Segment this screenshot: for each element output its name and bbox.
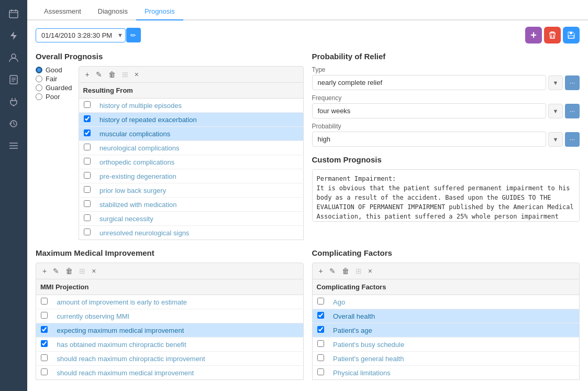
cf-toolbar-add-btn[interactable]: + bbox=[317, 266, 325, 276]
mmi-toolbar-edit-btn[interactable]: ✎ bbox=[51, 266, 61, 276]
row-text: Patient's busy schedule bbox=[329, 338, 580, 352]
type-select[interactable]: nearly complete relief bbox=[312, 75, 547, 90]
table-row[interactable]: neurological complications bbox=[79, 141, 303, 155]
frequency-label: Frequency bbox=[312, 94, 580, 102]
table-row[interactable]: surgical necessity bbox=[79, 212, 303, 226]
table-row[interactable]: pre-existing degeneration bbox=[79, 169, 303, 183]
table-row[interactable]: Ago bbox=[312, 295, 580, 309]
table-row[interactable]: expecting maximum medical improvement bbox=[36, 323, 304, 338]
mmi-toolbar-add-btn[interactable]: + bbox=[40, 266, 49, 276]
toolbar-edit-btn[interactable]: ✎ bbox=[94, 69, 104, 80]
sidebar-layers-icon[interactable] bbox=[4, 136, 23, 155]
row-checkbox[interactable] bbox=[84, 229, 91, 235]
row-checkbox[interactable] bbox=[84, 200, 91, 207]
radio-good[interactable]: Good bbox=[36, 66, 72, 74]
row-checkbox[interactable] bbox=[41, 368, 48, 375]
frequency-dropdown-arrow[interactable]: ▼ bbox=[548, 104, 563, 118]
row-checkbox[interactable] bbox=[84, 101, 91, 108]
probability-dropdown-arrow[interactable]: ▼ bbox=[548, 132, 563, 147]
sidebar-document-icon[interactable] bbox=[4, 70, 23, 89]
sidebar-user-icon[interactable] bbox=[4, 48, 23, 67]
mmi-toolbar-close-btn[interactable]: × bbox=[90, 266, 98, 276]
radio-fair[interactable]: Fair bbox=[36, 75, 72, 83]
mmi-toolbar-grid-btn[interactable]: ⊞ bbox=[77, 266, 87, 276]
row-checkbox[interactable] bbox=[41, 298, 48, 305]
edit-date-button[interactable]: ✏ bbox=[126, 28, 141, 42]
toolbar-add-btn[interactable]: + bbox=[83, 69, 92, 80]
probability-select[interactable]: high bbox=[312, 132, 547, 147]
sidebar-plug-icon[interactable] bbox=[4, 92, 23, 111]
table-row[interactable]: muscular complications bbox=[79, 127, 303, 141]
tab-diagnosis[interactable]: Diagnosis bbox=[90, 3, 136, 20]
add-record-button[interactable]: + bbox=[525, 27, 542, 44]
cf-toolbar-grid-btn[interactable]: ⊞ bbox=[353, 266, 364, 276]
table-row[interactable]: prior low back surgery bbox=[79, 183, 303, 198]
row-checkbox[interactable] bbox=[317, 354, 324, 361]
radio-poor[interactable]: Poor bbox=[36, 93, 72, 101]
sidebar-calendar-icon[interactable] bbox=[4, 4, 23, 23]
sidebar-lightning-icon[interactable] bbox=[4, 26, 23, 45]
table-row[interactable]: stabilized with medication bbox=[79, 198, 303, 212]
table-row[interactable]: should reach maximum medical improvement bbox=[36, 366, 304, 380]
row-checkbox[interactable] bbox=[41, 312, 48, 319]
cf-toolbar-delete-btn[interactable]: 🗑 bbox=[340, 266, 351, 276]
save-record-button[interactable] bbox=[563, 27, 580, 44]
cf-table: Complicating Factors Ago Overall health … bbox=[312, 279, 580, 380]
row-checkbox[interactable] bbox=[84, 158, 91, 165]
row-checkbox[interactable] bbox=[317, 340, 324, 347]
complicating-factors-title: Complicating Factors bbox=[312, 248, 580, 257]
row-checkbox[interactable] bbox=[317, 312, 324, 319]
table-row[interactable]: amount of improvement is early to estima… bbox=[36, 295, 304, 309]
type-more-btn[interactable]: ··· bbox=[565, 75, 580, 90]
row-checkbox[interactable] bbox=[41, 354, 48, 361]
frequency-more-btn[interactable]: ··· bbox=[565, 104, 580, 118]
row-checkbox[interactable] bbox=[317, 298, 324, 305]
date-select[interactable]: 01/14/2010 3:28:30 PM bbox=[36, 28, 126, 42]
type-label: Type bbox=[312, 66, 580, 73]
custom-prognosis-title: Custom Prognosis bbox=[312, 155, 580, 164]
type-dropdown-arrow[interactable]: ▼ bbox=[548, 75, 563, 90]
probability-more-btn[interactable]: ··· bbox=[565, 132, 580, 147]
table-row[interactable]: Patient's general health bbox=[312, 352, 580, 366]
frequency-select[interactable]: four weeks bbox=[312, 103, 547, 118]
toolbar-close-btn[interactable]: × bbox=[132, 69, 141, 80]
row-checkbox[interactable] bbox=[41, 340, 48, 347]
table-row[interactable]: orthopedic complications bbox=[79, 155, 303, 169]
table-row[interactable]: Physical limitations bbox=[312, 366, 580, 380]
table-row[interactable]: Patient's busy schedule bbox=[312, 338, 580, 352]
row-checkbox[interactable] bbox=[84, 129, 91, 136]
mmi-toolbar-delete-btn[interactable]: 🗑 bbox=[63, 266, 75, 276]
custom-prognosis-textarea[interactable] bbox=[313, 170, 580, 221]
table-row[interactable]: has obtained maximum chiropractic benefi… bbox=[36, 338, 304, 352]
table-row[interactable]: history of multiple episodes bbox=[79, 99, 303, 113]
edit-pencil-icon: ✏ bbox=[130, 31, 136, 39]
table-row[interactable]: should reach maximum chiropractic improv… bbox=[36, 352, 304, 366]
row-checkbox[interactable] bbox=[84, 186, 91, 193]
radio-guarded[interactable]: Guarded bbox=[36, 84, 72, 92]
row-checkbox[interactable] bbox=[84, 115, 91, 122]
trash-icon bbox=[548, 31, 557, 39]
delete-record-button[interactable] bbox=[544, 27, 561, 44]
cf-toolbar-edit-btn[interactable]: ✎ bbox=[327, 266, 338, 276]
row-checkbox[interactable] bbox=[84, 172, 91, 179]
table-row[interactable]: unresolved neurological signs bbox=[79, 226, 303, 240]
row-checkbox[interactable] bbox=[317, 368, 324, 375]
row-checkbox[interactable] bbox=[84, 214, 91, 221]
table-row[interactable]: currently observing MMI bbox=[36, 309, 304, 323]
table-row[interactable]: Patient's age bbox=[312, 323, 580, 338]
cf-toolbar-close-btn[interactable]: × bbox=[366, 266, 374, 276]
frequency-row: four weeks ▼ ··· bbox=[312, 103, 580, 118]
tab-prognosis[interactable]: Prognosis bbox=[136, 3, 183, 20]
sidebar-history-icon[interactable] bbox=[4, 114, 23, 133]
tab-assessment[interactable]: Assessment bbox=[36, 3, 90, 20]
table-row[interactable]: Overall health bbox=[312, 309, 580, 323]
action-buttons: + bbox=[525, 27, 580, 44]
row-checkbox[interactable] bbox=[317, 326, 324, 333]
toolbar-delete-btn[interactable]: 🗑 bbox=[106, 69, 118, 80]
table-row[interactable]: history of repeated exacerbation bbox=[79, 113, 303, 127]
row-text: should reach maximum chiropractic improv… bbox=[53, 352, 304, 366]
row-checkbox[interactable] bbox=[41, 326, 48, 333]
row-checkbox[interactable] bbox=[84, 144, 91, 150]
row-text: Patient's general health bbox=[329, 352, 580, 366]
toolbar-grid-btn[interactable]: ⊞ bbox=[120, 69, 130, 80]
